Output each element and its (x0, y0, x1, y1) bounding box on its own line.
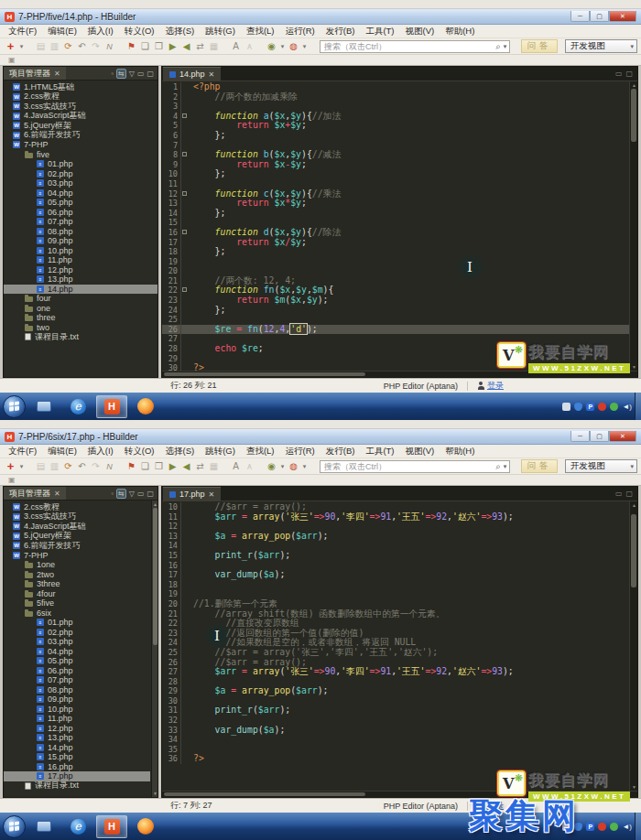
tree-item[interactable]: ≡04.php (4, 188, 158, 199)
menu-item[interactable]: 跳转(G) (200, 446, 241, 458)
tree-item[interactable]: five (4, 150, 158, 160)
code-area[interactable]: 1<?php2 //两个数的加减乘除34 function a($x,$y){/… (162, 81, 629, 371)
tree-item[interactable]: 1one (4, 560, 150, 570)
run-icon[interactable]: ▶ (166, 461, 179, 471)
run-icon[interactable]: ▶ (166, 41, 179, 51)
tree-item[interactable]: ≡13.php (4, 275, 158, 285)
bookmark-icon[interactable]: ⚑ (125, 461, 138, 471)
emulator-caret-icon[interactable]: ▾ (300, 463, 309, 470)
menu-item[interactable]: 选择(S) (160, 446, 201, 458)
editor-tab[interactable]: 14.php ✕ (163, 67, 221, 81)
menu-item[interactable]: 发行(B) (320, 26, 361, 38)
tree-item[interactable]: 课程目录.txt (4, 332, 158, 342)
maximize-panel-icon[interactable]: ▢ (147, 490, 154, 498)
tree-item[interactable]: ≡14.php (4, 285, 158, 295)
browser-run-icon[interactable]: ◉ (265, 41, 278, 51)
font-increase-icon[interactable]: A (229, 461, 243, 471)
fold-marker-icon[interactable] (182, 113, 187, 118)
tree-item[interactable]: ≡01.php (4, 618, 150, 628)
preview-icon[interactable]: ❐ (152, 461, 166, 471)
tree-item[interactable]: ≡07.php (4, 675, 150, 685)
tree-item[interactable]: W7-PHP (4, 551, 150, 561)
show-desktop-button[interactable] (635, 393, 641, 420)
tree-item[interactable]: W6.前端开发技巧 (4, 541, 150, 551)
view-selector[interactable]: 开发视图 ▾ (565, 459, 637, 473)
menu-item[interactable]: 转义(O) (119, 446, 160, 458)
search-input[interactable] (320, 42, 495, 51)
tab-close-icon[interactable]: ✕ (209, 490, 215, 499)
vertical-scrollbar[interactable]: ▲ ▼ (629, 81, 637, 371)
taskbar-app-internet-explorer[interactable]: e (62, 815, 93, 838)
emulator-icon[interactable]: ◍ (287, 41, 300, 51)
format-icon[interactable]: N (103, 42, 116, 51)
font-decrease-icon[interactable]: ᴀ (243, 461, 256, 471)
save-all-icon[interactable]: ▥ (48, 461, 61, 471)
tree-item[interactable]: W7-PHP (4, 140, 158, 150)
tree-item[interactable]: ≡03.php (4, 178, 158, 188)
tree-item[interactable]: ≡12.php (4, 265, 158, 275)
volume-tray-icon[interactable]: ◄) (622, 403, 632, 411)
minimize-editor-icon[interactable]: ▭ (615, 70, 623, 78)
menu-item[interactable]: 发行(B) (320, 446, 361, 458)
tree-item[interactable]: ≡11.php (4, 714, 150, 724)
editor-tab[interactable]: 17.php ✕ (163, 487, 221, 501)
qa-button[interactable]: 问答 (521, 459, 558, 473)
fold-marker-icon[interactable] (182, 230, 187, 234)
tree-item[interactable]: W6.前端开发技巧 (4, 131, 158, 141)
minimize-editor-icon[interactable]: ▭ (615, 490, 623, 498)
tree-item[interactable]: 6six (4, 608, 150, 619)
menu-item[interactable]: 编辑(E) (42, 446, 82, 458)
tree-item[interactable]: ≡03.php (4, 637, 150, 647)
windows-start-button[interactable] (3, 815, 26, 838)
tree-item[interactable]: two (4, 323, 158, 333)
taskbar-app-firefox[interactable] (130, 395, 161, 418)
panel-close-icon[interactable]: ✕ (54, 490, 60, 498)
security-red-tray-icon[interactable] (598, 403, 606, 411)
scroll-down-icon[interactable]: ▼ (152, 791, 158, 796)
code-area[interactable]: 10 //$arr = array();11 $arr = array('张三'… (162, 501, 629, 791)
menu-item[interactable]: 文件(F) (3, 446, 42, 458)
scroll-up-icon[interactable]: ▲ (152, 501, 158, 507)
taskbar-app-hbuilder[interactable]: H (96, 395, 127, 418)
menu-item[interactable]: 文件(F) (3, 26, 42, 38)
new-caret-icon[interactable]: ▾ (17, 43, 26, 50)
tab-close-icon[interactable]: ✕ (209, 70, 215, 79)
panel-close-icon[interactable]: ✕ (54, 70, 60, 78)
search-caret-icon[interactable]: ▾ (501, 463, 510, 470)
taskbar-app-explorer[interactable] (28, 395, 60, 418)
save-icon[interactable]: ▤ (34, 461, 48, 471)
tree-item[interactable]: one (4, 304, 158, 314)
emulator-caret-icon[interactable]: ▾ (300, 43, 309, 50)
volume-tray-icon[interactable]: ◄) (622, 823, 632, 831)
tree-scrollbar[interactable]: ▲ ▼ (151, 501, 158, 797)
pinyin-tray-icon[interactable]: P (586, 403, 594, 411)
new-file-icon[interactable]: + (4, 39, 17, 53)
browser-run-icon[interactable]: ◉ (265, 461, 278, 471)
menu-item[interactable]: 转义(O) (119, 26, 160, 38)
grid-icon[interactable]: ▣ (8, 476, 16, 484)
menu-item[interactable]: 编辑(E) (42, 26, 82, 38)
tree-item[interactable]: four (4, 294, 158, 304)
fold-marker-icon[interactable] (182, 152, 187, 156)
taskbar-app-explorer[interactable] (28, 815, 60, 838)
undo-icon[interactable]: ↶ (75, 41, 89, 51)
browser-caret-icon[interactable]: ▾ (278, 463, 287, 470)
tree-item[interactable]: 5five (4, 598, 150, 608)
pinyin-tray-icon[interactable]: P (586, 823, 594, 831)
menu-item[interactable]: 运行(R) (280, 446, 320, 458)
scroll-up-icon[interactable]: ▲ (630, 502, 637, 508)
menu-item[interactable]: 视图(V) (400, 26, 440, 38)
view-selector[interactable]: 开发视图 ▾ (565, 39, 637, 53)
view-menu-icon[interactable]: ▽ (129, 70, 135, 78)
tree-item[interactable]: ≡14.php (4, 743, 150, 753)
view-menu-icon[interactable]: ▽ (129, 490, 135, 498)
tree-item[interactable]: ≡07.php (4, 217, 158, 227)
goto-definition-icon[interactable]: ❏ (138, 41, 152, 51)
menu-item[interactable]: 插入(I) (82, 446, 119, 458)
browser-caret-icon[interactable]: ▾ (278, 43, 287, 50)
title-bar[interactable]: H 7-PHP/five/14.php - HBuilder ─ ▢ ✕ (0, 9, 641, 25)
refresh-icon[interactable]: ⟳ (61, 41, 75, 51)
link-editor-icon[interactable]: ⇆ (116, 489, 126, 499)
new-file-icon[interactable]: + (4, 459, 17, 473)
menu-item[interactable]: 查找(L) (241, 26, 280, 38)
